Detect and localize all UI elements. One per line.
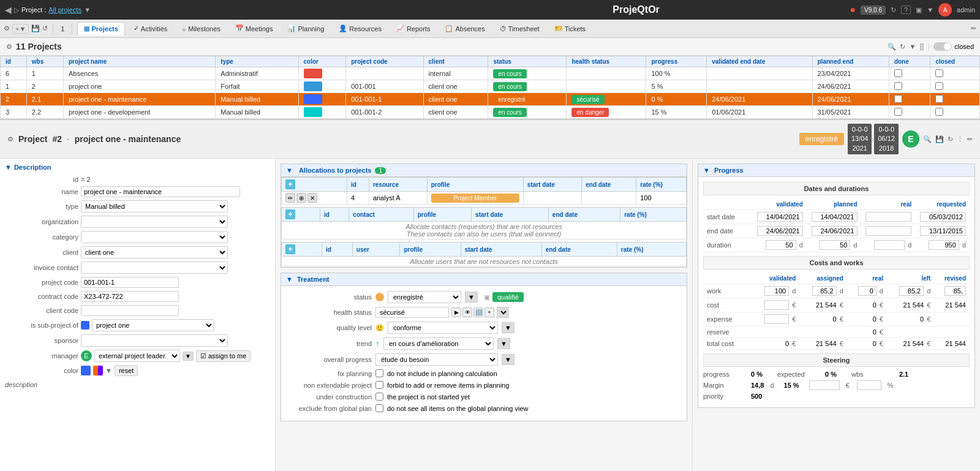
start-date-validated-input[interactable] (757, 212, 803, 222)
forward-button[interactable]: ▷ (14, 6, 19, 14)
contacts-profile-col[interactable]: profile (413, 208, 471, 222)
non-extendable-checkbox[interactable] (375, 381, 383, 389)
reset-button[interactable]: reset (115, 365, 138, 376)
refresh-icon[interactable]: ↻ (891, 6, 896, 14)
dropdown-icon[interactable]: ▼ (927, 6, 933, 13)
col-closed[interactable]: closed (930, 56, 980, 67)
columns-icon[interactable]: ⣿ (919, 43, 924, 51)
col-wbs[interactable]: wbs (26, 56, 63, 67)
col-health-status[interactable]: health status (567, 56, 646, 67)
tab-timesheet[interactable]: ⏱ Timesheet (494, 23, 546, 35)
cell-closed[interactable] (930, 80, 980, 93)
closed-toggle[interactable]: closed (933, 42, 974, 51)
contacts-start-col[interactable]: start date (472, 208, 549, 222)
work-left-input[interactable] (899, 286, 924, 296)
alloc-add-button[interactable]: + (285, 179, 295, 189)
exclude-checkbox[interactable] (375, 404, 383, 412)
expense-validated-input[interactable] (764, 314, 789, 324)
col-planned-end[interactable]: planned end (812, 56, 889, 67)
is-sub-select[interactable]: project one (92, 319, 214, 331)
contacts-rate-col[interactable]: rate (%) (620, 208, 687, 222)
work-revised-input[interactable] (944, 286, 966, 296)
fix-planning-checkbox[interactable] (375, 369, 383, 377)
trend-dropdown-arrow[interactable]: ▼ (497, 338, 510, 349)
end-date-planned-input[interactable] (812, 226, 858, 236)
assign-to-me-button[interactable]: ☑ assign to me (196, 350, 251, 362)
users-rate-col[interactable]: rate (%) (617, 243, 686, 257)
col-type[interactable]: type (216, 56, 298, 67)
col-project-name[interactable]: project name (63, 56, 215, 67)
col-color[interactable]: color (298, 56, 346, 67)
client-select[interactable]: client one (81, 246, 228, 258)
trend-select[interactable]: en cours d'amélioration (383, 337, 494, 350)
start-date-requested-input[interactable] (920, 212, 966, 222)
tab-meetings[interactable]: 📅 Meetings (229, 22, 279, 35)
breadcrumb-dropdown[interactable]: ▼ (84, 6, 91, 13)
health-input[interactable] (375, 307, 449, 318)
done-checkbox[interactable] (894, 69, 902, 77)
cell-done[interactable] (889, 80, 930, 93)
col-client[interactable]: client (423, 56, 488, 67)
duration-requested-input[interactable] (929, 240, 959, 250)
end-date-requested-input[interactable] (920, 226, 966, 236)
done-checkbox[interactable] (894, 95, 902, 103)
closed-toggle-switch[interactable] (933, 42, 952, 51)
filter-icon[interactable]: ▼ (909, 43, 916, 50)
manager-dropdown-btn[interactable]: ▼ (183, 352, 194, 361)
health-icon-play[interactable]: ▶ (451, 307, 461, 317)
users-profile-col[interactable]: profile (400, 243, 461, 257)
detail-search-icon[interactable]: 🔍 (923, 135, 932, 143)
work-validated-input[interactable] (764, 286, 789, 296)
col-project-code[interactable]: project code (346, 56, 423, 67)
alloc-profile-col[interactable]: profile (427, 178, 523, 192)
cell-done[interactable] (889, 106, 930, 119)
table-row-selected[interactable]: 2 2.1 project one - maintenance Manual b… (1, 93, 980, 106)
cell-closed[interactable] (930, 93, 980, 106)
contacts-id-col[interactable]: id (320, 208, 349, 222)
detail-more-icon[interactable]: ⋮ (957, 135, 963, 143)
category-select[interactable] (81, 231, 228, 243)
overall-progress-select[interactable]: étude du besoin (375, 353, 498, 366)
name-input[interactable] (81, 186, 240, 197)
steering-margin-pct2-input[interactable] (857, 380, 881, 390)
end-date-validated-input[interactable] (757, 226, 803, 236)
closed-checkbox[interactable] (935, 95, 943, 103)
contacts-add-button[interactable]: + (285, 209, 295, 219)
start-date-planned-input[interactable] (812, 212, 858, 222)
breadcrumb-all-projects[interactable]: All projects (48, 6, 81, 13)
detail-save-icon[interactable]: 💾 (935, 135, 944, 143)
cell-done[interactable] (889, 67, 930, 80)
alloc-rate-col[interactable]: rate (%) (636, 178, 687, 192)
copy-alloc-button[interactable]: ⊕ (296, 193, 306, 203)
detail-edit-icon[interactable]: ✏ (967, 135, 973, 143)
allocations-collapse-icon[interactable]: ▼ (286, 167, 293, 174)
contacts-contact-col[interactable]: contact (349, 208, 413, 222)
alloc-start-col[interactable]: start date (523, 178, 581, 192)
add-icon[interactable]: +▼ (12, 24, 29, 34)
color-swatch-blue[interactable] (81, 366, 91, 375)
gear-icon[interactable]: ⚙ (4, 24, 10, 32)
overall-progress-dropdown-arrow[interactable]: ▼ (502, 354, 514, 365)
detail-refresh-icon[interactable]: ↻ (948, 135, 953, 143)
cost-validated-input[interactable] (764, 300, 789, 310)
treatment-collapse-icon[interactable]: ▼ (286, 276, 293, 283)
progress-collapse-icon[interactable]: ▼ (703, 167, 710, 174)
users-id-col[interactable]: id (322, 243, 353, 257)
start-date-real-input[interactable] (865, 212, 911, 222)
tab-activities[interactable]: ✓ Activities (127, 22, 173, 35)
refresh-projects-icon[interactable]: ↻ (900, 43, 905, 51)
client-code-input[interactable] (81, 305, 179, 316)
search-icon[interactable]: 🔍 (888, 43, 896, 51)
work-assigned-input[interactable] (812, 286, 837, 296)
sponsor-select[interactable] (81, 334, 228, 347)
tab-projects[interactable]: ⊞ Projects (77, 22, 124, 36)
description-section-title[interactable]: ▼ Description (5, 164, 270, 171)
display-icon[interactable]: ▣ (916, 6, 922, 14)
health-dropdown[interactable] (497, 307, 509, 318)
health-icon-eye[interactable]: 👁 (462, 307, 472, 317)
quality-dropdown-arrow[interactable]: ▼ (502, 322, 514, 333)
cell-closed[interactable] (930, 106, 980, 119)
contract-code-input[interactable] (81, 291, 179, 302)
alloc-resource-row[interactable]: ✏ ⊕ ✕ 4 analyst A Project Member (282, 192, 687, 205)
cell-done[interactable] (889, 93, 930, 106)
